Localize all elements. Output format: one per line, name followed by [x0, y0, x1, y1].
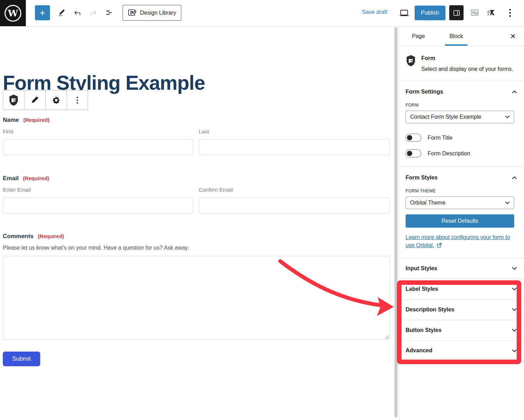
block-options-button[interactable] — [67, 90, 88, 110]
block-info-card: Form Select and display one of your form… — [399, 46, 524, 81]
list-view-icon — [104, 8, 114, 17]
chevron-down-icon — [512, 349, 517, 352]
label-styles-title: Label Styles — [406, 286, 438, 292]
comments-textarea[interactable] — [3, 256, 390, 340]
save-draft-button[interactable]: Save draft — [360, 9, 390, 16]
button-styles-section[interactable]: Button Styles — [399, 320, 524, 340]
form-settings-body: FORM Contact Form Style Example Form Tit… — [399, 103, 524, 157]
sidebar-tabs: Page Block ✕ — [399, 27, 524, 46]
editor-canvas: Form Styling Example — [0, 27, 394, 420]
editor-topbar: W + Design Library Save draft — [0, 0, 524, 27]
wpforms-block-icon — [406, 55, 416, 66]
confirm-email-input[interactable] — [199, 198, 390, 213]
publish-button[interactable]: Publish — [415, 6, 445, 20]
last-name-sublabel: Last — [199, 128, 209, 135]
submit-button[interactable]: Submit — [3, 352, 40, 366]
speed-k-icon — [487, 8, 498, 18]
confirm-email-sublabel: Confirm Email — [199, 187, 233, 193]
wordpress-logo[interactable]: W — [0, 0, 26, 26]
classic-editor-button[interactable] — [467, 5, 482, 20]
form-select-label: FORM — [406, 103, 518, 108]
form-theme-value: Orbital Theme — [410, 200, 445, 206]
form-theme-select[interactable]: Orbital Theme — [406, 197, 514, 209]
enter-email-input[interactable] — [3, 198, 193, 213]
undo-button[interactable] — [70, 5, 85, 20]
tab-page[interactable]: Page — [403, 27, 433, 46]
design-library-button[interactable]: Design Library — [123, 5, 181, 21]
form-select[interactable]: Contact Form Style Example — [406, 111, 514, 123]
design-library-label: Design Library — [140, 10, 176, 16]
chevron-down-icon — [505, 201, 510, 204]
form-title-toggle-label: Form Title — [428, 135, 452, 141]
undo-icon — [73, 8, 82, 17]
first-name-sublabel: First — [3, 128, 13, 135]
external-link-icon — [437, 243, 442, 248]
learn-more-wrap: Learn more about configuring your form t… — [406, 233, 514, 249]
list-view-button[interactable] — [101, 5, 116, 20]
name-label: Name — [3, 117, 19, 123]
design-library-icon — [128, 9, 137, 17]
name-required-badge: (Required) — [23, 117, 50, 123]
name-field-label-row: Name (Required) — [3, 117, 50, 124]
wpforms-block-button[interactable] — [3, 90, 24, 110]
block-description: Select and display one of your forms. — [421, 65, 513, 73]
advanced-title: Advanced — [406, 347, 432, 354]
button-styles-title: Button Styles — [406, 327, 442, 333]
options-menu-button[interactable] — [502, 5, 517, 20]
form-description-toggle-label: Form Description — [428, 150, 470, 157]
label-styles-section[interactable]: Label Styles — [399, 279, 524, 299]
settings-sidebar: Page Block ✕ Form Select and display one… — [399, 27, 524, 420]
chevron-down-icon — [505, 116, 510, 118]
settings-sidebar-toggle[interactable] — [449, 5, 464, 20]
tab-block[interactable]: Block — [441, 27, 471, 46]
form-theme-label: FORM THEME — [406, 189, 518, 193]
block-settings-button[interactable] — [46, 90, 67, 110]
comments-description: Please let us know what's on your mind. … — [3, 245, 189, 251]
edit-mode-button[interactable] — [54, 5, 69, 20]
plus-icon: + — [39, 7, 45, 18]
pencil-icon — [30, 96, 39, 105]
form-description-toggle[interactable] — [406, 149, 421, 157]
form-styles-panel-toggle[interactable]: Form Styles — [399, 167, 524, 184]
preview-button[interactable] — [396, 6, 412, 21]
redo-button[interactable] — [86, 5, 101, 20]
form-settings-title: Form Settings — [406, 89, 443, 95]
laptop-icon — [399, 9, 409, 18]
reset-defaults-button[interactable]: Reset Defaults — [406, 214, 514, 228]
chevron-up-icon — [512, 176, 517, 179]
description-styles-section[interactable]: Description Styles — [399, 299, 524, 320]
first-name-input[interactable] — [3, 139, 193, 155]
chevron-down-icon — [512, 267, 517, 270]
form-settings-panel-toggle[interactable]: Form Settings — [399, 81, 524, 98]
form-title-toggle[interactable] — [406, 134, 421, 142]
sidebar-scrollbar[interactable] — [394, 27, 398, 418]
last-name-input[interactable] — [199, 139, 390, 155]
learn-more-link[interactable]: Learn more about configuring your form t… — [406, 234, 510, 248]
wordpress-editor: W + Design Library Save draft — [0, 0, 524, 420]
comments-label: Comments — [3, 233, 34, 240]
email-label: Email — [3, 175, 19, 182]
input-styles-title: Input Styles — [406, 265, 437, 272]
form-title-toggle-row: Form Title — [406, 134, 518, 142]
form-styles-body: FORM THEME Orbital Theme Reset Defaults … — [399, 189, 524, 258]
textarea-resize-handle[interactable] — [384, 335, 389, 339]
chevron-down-icon — [512, 308, 517, 311]
email-field-label-row: Email (Required) — [3, 175, 49, 182]
ellipsis-vertical-icon — [77, 96, 78, 104]
block-edit-button[interactable] — [24, 90, 46, 110]
advanced-section[interactable]: Advanced — [399, 340, 524, 361]
ellipsis-vertical-icon — [509, 8, 511, 17]
input-styles-section[interactable]: Input Styles — [399, 258, 524, 279]
editor-window-pencil-icon — [470, 8, 480, 17]
toggle-knob — [407, 151, 412, 156]
block-inserter-button[interactable]: + — [35, 5, 50, 20]
wordpress-w-icon: W — [5, 5, 21, 22]
speed-plugin-button[interactable] — [485, 5, 500, 20]
enter-email-sublabel: Enter Email — [3, 187, 31, 193]
block-toolbar — [3, 90, 88, 110]
email-required-badge: (Required) — [23, 175, 49, 181]
close-icon[interactable]: ✕ — [508, 31, 518, 41]
gear-icon — [52, 96, 61, 105]
form-styles-title: Form Styles — [406, 175, 438, 181]
form-description-toggle-row: Form Description — [406, 149, 518, 157]
